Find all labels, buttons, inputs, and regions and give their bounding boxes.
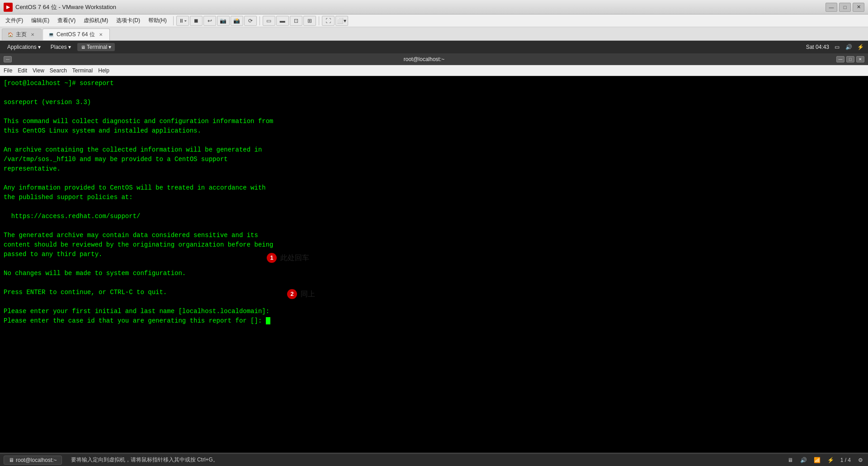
- terminal-window: — root@localhost:~ — □ ✕ File Edit View …: [0, 53, 868, 452]
- output-line-10: passed to any third party.: [4, 250, 864, 259]
- vmware-icon: ▶: [4, 3, 13, 12]
- vm-icon: 💻: [48, 32, 54, 37]
- minimize-button[interactable]: —: [826, 3, 837, 12]
- tab-home[interactable]: 🏠 主页 ✕: [2, 29, 42, 40]
- view-btn4[interactable]: ⊞: [303, 16, 316, 26]
- annotation-badge-2: 2: [287, 289, 297, 299]
- close-button[interactable]: ✕: [853, 3, 864, 12]
- statusbar-text: 要将输入定向到虚拟机，请将鼠标指针移入其中或按 Ctrl+G。: [71, 456, 218, 464]
- gnome-applications-label: Applications: [7, 44, 37, 50]
- status-icon-settings[interactable]: ⚙: [856, 456, 864, 464]
- tmenu-terminal[interactable]: Terminal: [72, 67, 93, 74]
- gnome-applications[interactable]: Applications ▾: [4, 43, 44, 51]
- statusbar-left: 🖥 root@localhost:~: [4, 456, 62, 465]
- gnome-terminal-menu[interactable]: 🖥 Terminal ▾: [77, 43, 115, 51]
- gnome-power-btn[interactable]: ⚡: [856, 43, 864, 51]
- menu-help[interactable]: 帮助(H): [145, 15, 170, 26]
- annotation-badge-1: 1: [267, 253, 277, 263]
- vmware-titlebar: ▶ CentOS 7 64 位 - VMware Workstation — □…: [0, 0, 868, 14]
- output-line-4: /var/tmp/sos._hf1l0 and may be provided …: [4, 155, 864, 164]
- tmenu-file[interactable]: File: [4, 67, 12, 74]
- gnome-window-btn[interactable]: ▭: [833, 43, 841, 51]
- tmenu-search[interactable]: Search: [50, 67, 67, 74]
- statusbar-right: 🖥 🔊 📶 ⚡ 1 / 4 ⚙: [786, 456, 864, 464]
- output-blank-5: [4, 202, 864, 212]
- gnome-places-label: Places: [51, 44, 67, 50]
- term-max-btn[interactable]: □: [846, 56, 854, 62]
- term-controls-left: —: [4, 56, 12, 62]
- gnome-right-panel: Sat 04:43 ▭ 🔊 ⚡: [806, 43, 864, 51]
- toolbar-separator3: [319, 16, 319, 25]
- gnome-terminal-icon-small: 🖥: [81, 45, 85, 50]
- tab-centos[interactable]: 💻 CentOS 7 64 位 ✕: [42, 29, 110, 40]
- tab-home-label: 主页: [16, 31, 27, 38]
- command-line: [root@localhost ~]# sosreport: [4, 79, 864, 88]
- display-btn[interactable]: ⬜▾: [335, 16, 348, 26]
- page-indicator: 1 / 4: [840, 457, 851, 463]
- terminal-title: root@localhost:~: [12, 56, 836, 62]
- snapshot3-button[interactable]: ⟳: [244, 16, 257, 26]
- output-blank-2: [4, 107, 864, 117]
- window-controls: — □ ✕: [826, 3, 864, 12]
- term-min-btn[interactable]: —: [836, 56, 844, 62]
- vmware-title: CentOS 7 64 位 - VMware Workstation: [15, 3, 826, 11]
- taskbar-icon: 🖥: [9, 457, 14, 463]
- terminal-menubar: File Edit View Search Terminal Help: [0, 65, 868, 76]
- gnome-topbar: Applications ▾ Places ▾ 🖥 Terminal ▾ Sat…: [0, 41, 868, 53]
- terminal-cursor: [266, 317, 270, 324]
- output-name-prompt: Please enter your first initial and last…: [4, 307, 864, 316]
- terminal-titlebar: — root@localhost:~ — □ ✕: [0, 53, 868, 65]
- status-icon-monitor: 🖥: [786, 456, 794, 464]
- gnome-places[interactable]: Places ▾: [47, 43, 75, 51]
- statusbar: 🖥 root@localhost:~ 要将输入定向到虚拟机，请将鼠标指针移入其中…: [0, 453, 868, 466]
- term-controls-right: — □ ✕: [836, 56, 864, 62]
- home-icon: 🏠: [8, 32, 13, 37]
- snapshot-button[interactable]: 📷: [217, 16, 230, 26]
- output-blank-7: [4, 259, 864, 269]
- gnome-terminal-arrow: ▾: [108, 44, 111, 50]
- output-line-9: content should be reviewed by the origin…: [4, 240, 864, 250]
- toolbar-separator: [173, 16, 174, 25]
- annotation-label-1: 此处回车: [280, 252, 309, 263]
- view-btn3[interactable]: ⊡: [290, 16, 302, 26]
- output-line-8: The generated archive may contain data c…: [4, 231, 864, 240]
- power-button[interactable]: ⏹: [190, 16, 203, 26]
- term-minimize[interactable]: —: [4, 56, 12, 62]
- status-icon-sound: 🔊: [800, 456, 808, 464]
- menu-view[interactable]: 查看(V): [54, 15, 79, 26]
- taskbar-vm-item[interactable]: 🖥 root@localhost:~: [4, 456, 62, 465]
- tmenu-edit[interactable]: Edit: [18, 67, 27, 74]
- output-line-7: the published support policies at:: [4, 193, 864, 202]
- term-close-btn[interactable]: ✕: [856, 56, 864, 62]
- maximize-button[interactable]: □: [839, 3, 851, 12]
- annotation-1-group: 1 此处回车: [267, 252, 309, 263]
- terminal-content[interactable]: [root@localhost ~]# sosreport sosreport …: [0, 76, 868, 452]
- tab-centos-label: CentOS 7 64 位: [57, 31, 95, 38]
- gnome-terminal-label: Terminal: [87, 44, 107, 50]
- output-version: sosreport (version 3.3): [4, 98, 864, 107]
- gnome-sound-btn[interactable]: 🔊: [844, 43, 853, 51]
- output-line-6: Any information provided to CentOS will …: [4, 183, 864, 193]
- tmenu-view[interactable]: View: [33, 67, 44, 74]
- pause-button[interactable]: ⏸▾: [176, 16, 189, 26]
- annotation-label-2: 同上: [301, 289, 315, 300]
- fullscreen-btn[interactable]: ⛶: [322, 16, 335, 26]
- tab-home-close[interactable]: ✕: [29, 32, 36, 38]
- toolbar-separator2: [259, 16, 260, 25]
- output-blank-1: [4, 88, 864, 98]
- snapshot2-button[interactable]: 📸: [231, 16, 243, 26]
- revert-button[interactable]: ↩: [203, 16, 216, 26]
- output-line-3: An archive containing the collected info…: [4, 145, 864, 155]
- output-line-2: this CentOS Linux system and installed a…: [4, 126, 864, 136]
- annotation-2-group: 2 同上: [287, 289, 315, 300]
- output-line-5: representative.: [4, 164, 864, 174]
- menu-edit[interactable]: 编辑(E): [28, 15, 53, 26]
- menu-vm[interactable]: 虚拟机(M): [80, 15, 112, 26]
- menu-tabs[interactable]: 选项卡(D): [113, 15, 144, 26]
- menu-file[interactable]: 文件(F): [2, 15, 27, 26]
- output-case-prompt: Please enter the case id that you are ge…: [4, 316, 864, 326]
- view-btn1[interactable]: ▭: [263, 16, 275, 26]
- tab-centos-close[interactable]: ✕: [98, 32, 104, 38]
- view-btn2[interactable]: ▬: [276, 16, 289, 26]
- tmenu-help[interactable]: Help: [98, 67, 109, 74]
